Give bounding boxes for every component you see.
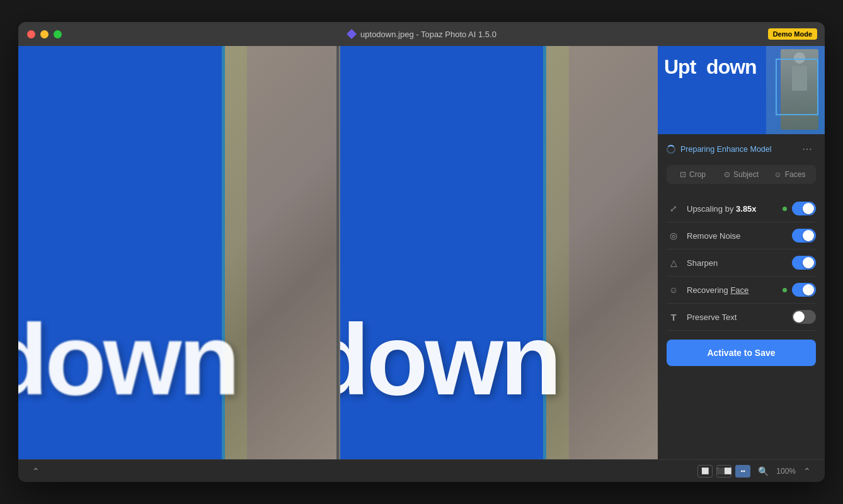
status-text: Preparing Enhance Model <box>667 145 772 154</box>
faces-icon: ☺ <box>774 170 782 179</box>
bottom-bar: ⌃ ⬜ ⬛⬜ ▪▪ 🔍 100% ⌃ <box>18 459 825 482</box>
bottom-right: ⬜ ⬛⬜ ▪▪ 🔍 100% ⌃ <box>697 464 815 478</box>
original-panel: down <box>18 46 336 459</box>
remove-noise-icon: ◎ <box>667 229 680 243</box>
thumb-text: Uptadown <box>664 55 757 79</box>
minimize-button[interactable] <box>40 30 49 38</box>
close-button[interactable] <box>27 30 35 38</box>
uptodown-text-enhanced: down <box>340 302 559 418</box>
maximize-button[interactable] <box>54 30 62 38</box>
app-window: uptodown.jpeg - Topaz Photo AI 1.5.0 Dem… <box>18 22 825 482</box>
tab-subject[interactable]: ⊙ Subject <box>717 167 766 182</box>
tab-faces-label: Faces <box>785 170 806 179</box>
activate-save-button[interactable]: Activate to Save <box>667 340 816 366</box>
preserve-text-toggle-knob <box>793 311 805 323</box>
tab-crop[interactable]: ⊡ Crop <box>668 167 717 182</box>
view-side-button[interactable]: ▪▪ <box>735 465 750 478</box>
upscaling-icon: ⤢ <box>667 202 680 215</box>
face-dot <box>783 288 787 292</box>
enhanced-panel: down <box>340 46 658 459</box>
sharpen-toggle[interactable] <box>792 256 816 270</box>
window-title: uptodown.jpeg - Topaz Photo AI 1.5.0 <box>360 30 496 39</box>
demo-badge: Demo Mode <box>768 28 817 40</box>
status-row: Preparing Enhance Model ⋯ <box>667 142 816 156</box>
collapse-button[interactable]: ⌃ <box>28 464 43 478</box>
crop-icon: ⊡ <box>680 170 686 179</box>
original-image: down <box>18 46 336 459</box>
status-label: Preparing Enhance Model <box>680 145 772 154</box>
wood-panel <box>225 46 336 459</box>
upscaling-toggle-knob <box>803 203 814 214</box>
view-split-button[interactable]: ⬛⬜ <box>716 465 731 478</box>
feature-recovering-face: ☺ Recovering Face <box>667 277 816 304</box>
recovering-face-label: Recovering Face <box>687 285 783 295</box>
topaz-icon <box>347 29 357 39</box>
recovering-face-toggle-knob <box>803 284 814 295</box>
sharpen-label: Sharpen <box>687 258 792 268</box>
thumb-overlay <box>766 46 825 134</box>
sharpen-icon: △ <box>667 256 680 270</box>
image-area: down down <box>18 46 658 459</box>
upscaling-label: Upscaling by 3.85x <box>687 204 783 214</box>
wood-panel-2 <box>546 46 658 459</box>
controls-panel: Preparing Enhance Model ⋯ ⊡ Crop ⊙ Subje… <box>658 134 825 459</box>
tab-faces[interactable]: ☺ Faces <box>766 167 814 182</box>
feature-sharpen: △ Sharpen <box>667 249 816 277</box>
main-content: down down <box>18 46 825 459</box>
titlebar: uptodown.jpeg - Topaz Photo AI 1.5.0 Dem… <box>18 22 825 46</box>
tool-tabs: ⊡ Crop ⊙ Subject ☺ Faces <box>667 165 816 184</box>
bottom-left: ⌃ <box>28 464 43 478</box>
upscaling-toggle[interactable] <box>792 202 816 215</box>
subject-icon: ⊙ <box>724 170 730 179</box>
tab-subject-label: Subject <box>733 170 759 179</box>
remove-noise-label: Remove Noise <box>687 231 792 241</box>
text-icon: T <box>667 310 680 324</box>
uptodown-text: down <box>18 302 237 418</box>
loading-spinner <box>667 145 675 154</box>
preview-thumbnail: Uptadown <box>658 46 825 134</box>
right-panel: Uptadown Preparing Enhance <box>658 46 825 459</box>
feature-upscaling: ⤢ Upscaling by 3.85x <box>667 195 816 222</box>
upscaling-dot <box>783 207 787 211</box>
feature-remove-noise: ◎ Remove Noise <box>667 222 816 249</box>
enhanced-image: down <box>340 46 658 459</box>
zoom-level: 100% <box>776 467 796 476</box>
zoom-icon: 🔍 <box>754 464 772 478</box>
remove-noise-toggle[interactable] <box>792 229 816 243</box>
face-icon: ☺ <box>667 283 680 297</box>
feature-preserve-text: T Preserve Text <box>667 304 816 331</box>
tab-crop-label: Crop <box>689 170 706 179</box>
traffic-lights <box>27 30 62 38</box>
preserve-text-toggle[interactable] <box>792 310 816 324</box>
titlebar-center: uptodown.jpeg - Topaz Photo AI 1.5.0 <box>347 29 496 39</box>
more-button[interactable]: ⋯ <box>798 142 816 156</box>
image-comparison: down down <box>18 46 658 459</box>
zoom-expand-button[interactable]: ⌃ <box>800 464 815 478</box>
view-single-button[interactable]: ⬜ <box>697 465 713 478</box>
preserve-text-label: Preserve Text <box>687 312 792 322</box>
recovering-face-toggle[interactable] <box>792 283 816 297</box>
remove-noise-toggle-knob <box>803 230 814 241</box>
sharpen-toggle-knob <box>803 257 814 268</box>
